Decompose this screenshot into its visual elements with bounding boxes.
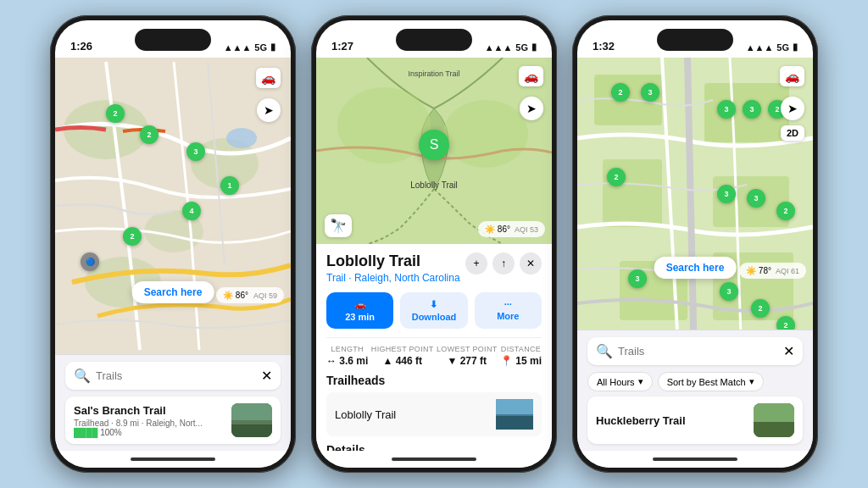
map-2d-btn-3[interactable]: 2D xyxy=(781,125,804,141)
home-indicator-2 xyxy=(316,451,552,468)
rating-bar-1: ████ xyxy=(74,428,97,437)
status-time-3: 1:32 xyxy=(593,40,615,53)
dist-icon: 📍 xyxy=(500,355,515,367)
search-here-container-3: Search here xyxy=(654,257,737,279)
map-pin-4[interactable]: 1 xyxy=(220,176,239,195)
svg-rect-8 xyxy=(231,403,272,420)
map-pin-3-13[interactable]: 2 xyxy=(776,316,795,330)
search-bar-3[interactable]: 🔍 ✕ xyxy=(587,337,803,365)
map-pin-3-3[interactable]: 3 xyxy=(717,100,736,119)
status-icons-1: ▲▲▲ 5G ▮ xyxy=(224,42,275,53)
trail-thumb-3 xyxy=(754,403,794,437)
map-area-2[interactable]: Inspiration Trail S Loblolly Trail 🚗 ➤ 🔭… xyxy=(316,58,552,244)
stat-high-val: ▲ 446 ft xyxy=(371,355,434,367)
svg-rect-24 xyxy=(754,403,794,422)
map-compass-1[interactable]: ➤ xyxy=(257,98,281,122)
map-car-button-2[interactable]: 🚗 xyxy=(519,66,543,86)
filter-hours-chip[interactable]: All Hours ▾ xyxy=(587,372,653,391)
battery-icon-2: ▮ xyxy=(531,42,537,53)
trail-result-1[interactable]: Sal's Branch Trail Trailhead · 8.9 mi · … xyxy=(65,396,281,444)
stat-length-val: ↔ 3.6 mi xyxy=(326,355,368,367)
download-icon-2: ⬇ xyxy=(430,299,437,310)
map-pin-3-10[interactable]: 3 xyxy=(628,269,647,288)
map-pin-5[interactable]: 4 xyxy=(182,202,201,220)
filter-sort-label: Sort by Best Match xyxy=(667,377,746,387)
battery-icon-3: ▮ xyxy=(793,42,798,53)
weather-badge-1: ☀️ 86° AQI 59 xyxy=(216,287,284,303)
map-car-button-3[interactable]: 🚗 xyxy=(780,66,804,86)
search-clear-1[interactable]: ✕ xyxy=(261,368,272,384)
search-bar-1[interactable]: 🔍 ✕ xyxy=(65,362,281,390)
trail-result-3[interactable]: Huckleberry Trail xyxy=(587,396,803,444)
map-suburban-3: 2 3 3 3 2 2 3 3 2 3 3 2 2 2D 🚗 ➤ xyxy=(577,58,813,330)
more-btn-2[interactable]: ··· More xyxy=(475,292,542,329)
inspiration-trail-label: Inspiration Trail xyxy=(408,69,459,78)
detail-header-2: Loblolly Trail Trail · Raleigh, North Ca… xyxy=(326,252,542,284)
map-area-3[interactable]: 2 3 3 3 2 2 3 3 2 3 3 2 2 2D 🚗 ➤ xyxy=(577,58,813,330)
search-input-3[interactable] xyxy=(618,345,778,358)
search-here-btn-3[interactable]: Search here xyxy=(654,257,737,279)
stat-dist-val: 📍 15 mi xyxy=(500,355,542,367)
action-buttons-2: 🚗 23 min ⬇ Download ··· More xyxy=(326,292,542,329)
low-icon: ▼ xyxy=(447,355,459,367)
stat-low-val: ▼ 277 ft xyxy=(437,355,497,367)
bottom-panel-1: 🔍 ✕ Sal's Branch Trail Trailhead · 8.9 m… xyxy=(55,354,291,451)
search-icon-3: 🔍 xyxy=(596,343,613,359)
map-pin-3-9[interactable]: 2 xyxy=(776,202,795,220)
map-pin-3-11[interactable]: 3 xyxy=(720,282,738,301)
svg-rect-23 xyxy=(754,422,794,437)
trailhead-item-2[interactable]: Loblolly Trail xyxy=(326,392,542,436)
filter-sort-chip[interactable]: Sort by Best Match ▾ xyxy=(658,372,764,391)
filter-sort-chevron: ▾ xyxy=(749,376,754,387)
close-icon-2[interactable]: ✕ xyxy=(520,252,542,274)
download-btn-2[interactable]: ⬇ Download xyxy=(400,292,467,329)
map-pin-3[interactable]: 3 xyxy=(186,142,205,161)
map-compass-3[interactable]: ➤ xyxy=(781,97,804,120)
trailhead-img-2 xyxy=(496,399,533,430)
battery-icon-1: ▮ xyxy=(270,42,275,53)
map-pin-3-6[interactable]: 2 xyxy=(607,168,626,186)
more-label-2: More xyxy=(497,311,519,321)
trail-marker-2[interactable]: S xyxy=(419,130,449,160)
trail-title-3: Huckleberry Trail xyxy=(596,414,747,427)
map-pin-3-8[interactable]: 3 xyxy=(747,189,765,208)
map-compass-2[interactable]: ➤ xyxy=(520,97,543,120)
search-clear-3[interactable]: ✕ xyxy=(783,343,794,359)
signal-icon-2: ▲▲▲ xyxy=(485,42,513,53)
home-indicator-3 xyxy=(577,451,813,468)
trail-name-container: Loblolly Trail Trail · Raleigh, North Ca… xyxy=(326,252,460,284)
map-pin-3-12[interactable]: 2 xyxy=(751,299,770,318)
home-bar-1 xyxy=(131,458,215,461)
trail-result-text-3: Huckleberry Trail xyxy=(596,414,747,427)
aqi-2: AQI 53 xyxy=(515,225,538,234)
map-pin-7[interactable]: 🔵 xyxy=(81,252,99,271)
map-pin-1[interactable]: 2 xyxy=(106,104,125,123)
map-trail-2: Inspiration Trail S Loblolly Trail 🚗 ➤ 🔭… xyxy=(316,58,552,244)
share-icon-2[interactable]: ↑ xyxy=(492,252,515,274)
phone-2: 1:27 ▲▲▲ 5G ▮ xyxy=(311,15,557,473)
map-pin-3-2[interactable]: 3 xyxy=(641,83,659,102)
length-icon: ↔ xyxy=(326,355,339,367)
dynamic-island-1 xyxy=(135,29,211,51)
aqi-3: AQI 61 xyxy=(776,267,799,275)
search-input-1[interactable] xyxy=(96,369,256,382)
map-pin-3-1[interactable]: 2 xyxy=(611,83,630,102)
status-icons-3: ▲▲▲ 5G ▮ xyxy=(746,42,798,53)
search-here-btn-1[interactable]: Search here xyxy=(132,281,214,303)
home-bar-3 xyxy=(653,458,737,461)
svg-rect-13 xyxy=(496,416,533,430)
dynamic-island-2 xyxy=(396,29,472,51)
map-pin-3-4[interactable]: 3 xyxy=(743,100,761,119)
trailhead-name-2: Loblolly Trail xyxy=(335,408,396,421)
map-area-1[interactable]: 2 2 3 1 4 2 🔵 🚗 ➤ Search here ☀️ 86° xyxy=(55,58,291,354)
map-pin-2[interactable]: 2 xyxy=(140,125,159,144)
binoculars-btn[interactable]: 🔭 xyxy=(325,214,352,237)
map-pin-6[interactable]: 2 xyxy=(123,227,142,246)
plus-icon-2[interactable]: + xyxy=(465,252,487,274)
status-time-2: 1:27 xyxy=(331,40,353,53)
search-icon-1: 🔍 xyxy=(74,368,91,384)
drive-btn-2[interactable]: 🚗 23 min xyxy=(326,292,393,329)
filter-row-3: All Hours ▾ Sort by Best Match ▾ xyxy=(587,372,803,391)
map-car-button-1[interactable]: 🚗 xyxy=(256,68,281,88)
map-pin-3-7[interactable]: 3 xyxy=(717,185,736,203)
